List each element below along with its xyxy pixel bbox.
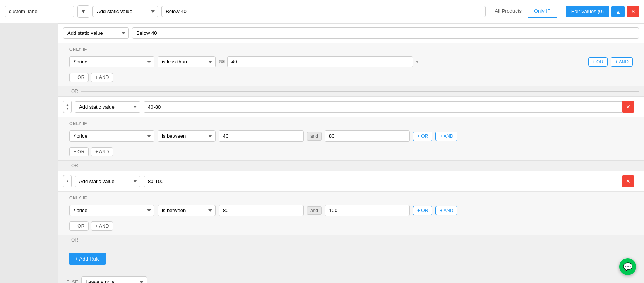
spinner-up-3[interactable]: ▲ (63, 179, 71, 183)
else-row: ELSE Leave empty (58, 273, 644, 283)
main-content: Add static value ONLY IF 𝑓 price is less… (0, 23, 644, 283)
top-bar: ▼ Add static value All Products Only IF … (0, 0, 644, 23)
rule1-add-or[interactable]: + OR (69, 73, 89, 82)
or-label-3: OR (63, 237, 78, 243)
tab-only-if[interactable]: Only IF (528, 5, 557, 18)
rule2-val2-input[interactable] (325, 130, 410, 142)
rule2-value-row: ▲ ▼ Add static value ✕ (58, 97, 644, 117)
else-label: ELSE (63, 280, 78, 283)
or-line-3 (81, 240, 639, 240)
page-container: ▼ Add static value All Products Only IF … (0, 0, 644, 283)
rule3-add-or[interactable]: + OR (69, 221, 89, 231)
add-rule-button[interactable]: + Add Rule (69, 253, 106, 265)
rule2-spinner[interactable]: ▲ ▼ (63, 101, 72, 113)
rule1-and-btn[interactable]: + AND (611, 57, 633, 67)
rule3-value-row: ▲ Add static value ✕ (58, 171, 644, 192)
static-value-select-1[interactable]: Add static value (92, 6, 158, 17)
delete-rule-button-top[interactable]: ✕ (627, 6, 639, 17)
rule3-condition-buttons: + OR + AND (58, 219, 644, 235)
tab-all-products[interactable]: All Products (489, 5, 528, 18)
rule1-val-wrapper: ⌨ ▼ (219, 56, 585, 67)
rule2-add-or[interactable]: + OR (69, 147, 89, 156)
rule1-static-select[interactable]: Add static value (63, 27, 129, 39)
rule-section-3: ▲ Add static value ✕ ONLY IF 𝑓 price is … (58, 171, 644, 235)
nav-tabs: All Products Only IF (489, 5, 557, 18)
else-select[interactable]: Leave empty (81, 276, 147, 283)
rule3-and-btn[interactable]: + AND (435, 206, 457, 215)
or-separator-3: OR (58, 235, 644, 245)
rule1-add-and[interactable]: + AND (91, 73, 113, 82)
sidebar (0, 23, 58, 283)
content-area: Add static value ONLY IF 𝑓 price is less… (58, 23, 644, 283)
top-bar-actions: Edit Values (0) ▲ ✕ (566, 6, 639, 17)
rule3-value-input[interactable] (144, 176, 623, 187)
rule1-or-btn[interactable]: + OR (588, 57, 608, 67)
rule2-delete-btn[interactable]: ✕ (622, 101, 634, 113)
rule3-field-select[interactable]: 𝑓 price (69, 205, 154, 216)
or-separator-1: OR (58, 86, 644, 96)
rule2-condition-row: 𝑓 price is between and + OR + AND (58, 127, 644, 145)
dropdown-arrow-btn[interactable]: ▼ (77, 5, 89, 18)
spinner-up[interactable]: ▲ (63, 103, 71, 107)
rule2-field-select[interactable]: 𝑓 price (69, 130, 154, 142)
rule2-or-btn[interactable]: + OR (413, 132, 432, 141)
rule1-condition-buttons: + OR + AND (58, 70, 644, 86)
rule3-add-and[interactable]: + AND (91, 221, 113, 231)
rule1-field-select[interactable]: 𝑓 price (69, 56, 154, 67)
rule3-only-if-label: ONLY IF (58, 192, 644, 202)
rule2-value-input[interactable] (144, 101, 623, 113)
rule1-op-select[interactable]: is less than (158, 56, 216, 67)
or-separator-2: OR (58, 161, 644, 171)
custom-label-input[interactable] (5, 6, 74, 17)
rule2-only-if-label: ONLY IF (58, 117, 644, 127)
rule2-static-select[interactable]: Add static value (75, 101, 140, 113)
up-arrow-button[interactable]: ▲ (611, 6, 625, 17)
rule1-dropdown-icon: ▼ (415, 60, 419, 64)
chat-icon[interactable]: 💬 (619, 258, 636, 275)
or-line-2 (81, 166, 639, 166)
rule2-condition-buttons: + OR + AND (58, 145, 644, 160)
add-rule-container: + Add Rule (58, 245, 644, 273)
rule2-and-btn[interactable]: + AND (435, 132, 457, 141)
rule1-val-input[interactable] (227, 56, 413, 67)
rule2-op-select[interactable]: is between (158, 130, 216, 142)
rule3-op-select[interactable]: is between (158, 205, 216, 216)
rule3-spinner[interactable]: ▲ (63, 175, 72, 187)
rule2-add-and[interactable]: + AND (91, 147, 113, 156)
rule1-value-row: Add static value (58, 24, 644, 43)
rule2-and-connector: and (307, 132, 322, 141)
rule3-delete-btn[interactable]: ✕ (622, 175, 634, 187)
rule3-static-select[interactable]: Add static value (75, 176, 140, 187)
rule-section-1: Add static value ONLY IF 𝑓 price is less… (58, 23, 644, 86)
rule1-val-icon: ⌨ (219, 59, 225, 64)
rule1-condition-row: 𝑓 price is less than ⌨ ▼ + OR + AND (58, 53, 644, 70)
rule3-condition-row: 𝑓 price is between and + OR + AND (58, 202, 644, 219)
value-input-1[interactable] (161, 6, 485, 17)
rule3-val2-input[interactable] (325, 205, 410, 216)
spinner-down[interactable]: ▼ (63, 107, 71, 111)
or-label-2: OR (63, 163, 78, 168)
rule1-value-input[interactable] (132, 27, 639, 39)
rule-section-2: ▲ ▼ Add static value ✕ ONLY IF 𝑓 price (58, 96, 644, 161)
rule3-and-connector: and (307, 206, 322, 215)
rule3-or-btn[interactable]: + OR (413, 206, 432, 215)
rule1-only-if-label: ONLY IF (58, 43, 644, 53)
rule3-val1-input[interactable] (219, 205, 304, 216)
or-label-1: OR (63, 89, 78, 94)
chat-icon-glyph: 💬 (623, 262, 633, 271)
or-line-1 (81, 91, 639, 92)
edit-values-button[interactable]: Edit Values (0) (566, 6, 609, 17)
rule2-val1-input[interactable] (219, 130, 304, 142)
